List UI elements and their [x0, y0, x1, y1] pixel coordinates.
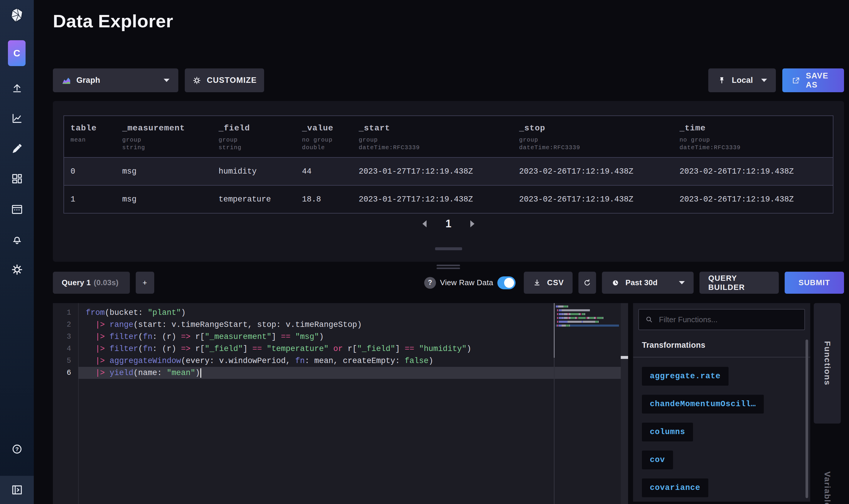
sidebar-item-tasks[interactable]: [10, 202, 24, 216]
local-dropdown[interactable]: Local: [708, 68, 776, 92]
bell-icon: [10, 233, 24, 246]
flux-code-editor[interactable]: 1 from(bucket: "plant") 2 |> range(start…: [53, 303, 628, 504]
code-line-1[interactable]: 1 from(bucket: "plant"): [53, 307, 628, 319]
next-page-button[interactable]: [470, 220, 474, 227]
filter-functions-input[interactable]: [658, 315, 798, 325]
code-line-2[interactable]: 2 |> range(start: v.timeRangeStart, stop…: [53, 319, 628, 331]
prev-page-button[interactable]: [422, 220, 427, 227]
code-line-5[interactable]: 5 |> aggregateWindow(every: v.windowPeri…: [53, 355, 628, 367]
view-type-label: Graph: [76, 76, 100, 85]
upload-icon: [10, 82, 24, 95]
sidebar-item-alerts[interactable]: [10, 233, 24, 246]
table-cell: 2023-02-26T17:12:19.438Z: [673, 167, 833, 176]
avatar-label: C: [13, 48, 20, 59]
line-number: 3: [53, 332, 71, 341]
gear-icon: [10, 263, 24, 276]
pen-icon: [10, 142, 24, 155]
query-duration: (0.03s): [94, 278, 119, 287]
table-cell: 2023-02-26T17:12:19.438Z: [673, 195, 833, 204]
caret-down-icon: [164, 79, 169, 82]
view-type-dropdown[interactable]: Graph: [53, 68, 178, 92]
column-header-_stop: _stop groupdateTime:RFC3339: [513, 116, 673, 157]
customize-button[interactable]: CUSTOMIZE: [185, 68, 264, 92]
minimap-line: [556, 321, 619, 323]
minimap-edge: [554, 303, 555, 504]
view-raw-data-label: View Raw Data: [440, 278, 493, 287]
time-range-dropdown[interactable]: Past 30d: [602, 272, 693, 294]
editor-minimap[interactable]: [556, 305, 619, 328]
csv-button[interactable]: CSV: [524, 272, 573, 294]
view-raw-data-toggle[interactable]: [498, 276, 516, 289]
code-line-3[interactable]: 3 |> filter(fn: (r) => r["_measurement"]…: [53, 331, 628, 343]
avatar[interactable]: C: [8, 40, 25, 66]
function-item[interactable]: cov: [642, 451, 673, 469]
line-number: 5: [53, 357, 71, 365]
column-header-_value: _value no groupdouble: [295, 116, 352, 157]
line-number: 1: [53, 308, 71, 317]
customize-label: CUSTOMIZE: [207, 76, 257, 85]
table-row: 1msgtemperature18.82023-01-27T17:12:19.4…: [64, 185, 833, 213]
query-tab[interactable]: Query 1 (0.03s): [53, 272, 130, 294]
refresh-icon: [582, 278, 592, 288]
page-number: 1: [445, 218, 451, 230]
refresh-button[interactable]: [578, 272, 596, 294]
column-header-table: table mean: [64, 116, 116, 157]
influxdb-logo[interactable]: [0, 7, 34, 24]
editor-scrollbar-thumb[interactable]: [621, 356, 628, 359]
submit-button[interactable]: SUBMIT: [785, 272, 844, 294]
function-item[interactable]: covariance: [642, 479, 708, 497]
sidebar-item-expand-nav[interactable]: [0, 476, 34, 504]
functions-section-title: Transformations: [642, 341, 810, 350]
variables-tab[interactable]: Variables: [814, 458, 841, 504]
sidebar-item-notebooks[interactable]: [10, 142, 24, 155]
functions-list: aggregate.ratechandeMomentumOscill…colum…: [642, 367, 810, 497]
sidebar-item-dashboards[interactable]: [10, 172, 24, 186]
table-row: 0msghumidity442023-01-27T17:12:19.438Z20…: [64, 158, 833, 185]
code-line-4[interactable]: 4 |> filter(fn: (r) => r["_field"] == "t…: [53, 343, 628, 355]
time-range-label: Past 30d: [626, 278, 657, 287]
function-item[interactable]: chandeMomentumOscill…: [642, 395, 764, 414]
pin-icon: [717, 76, 726, 85]
page-title: Data Explorer: [53, 11, 173, 32]
question-mark-icon[interactable]: ?: [424, 277, 436, 289]
table-cell: msg: [116, 167, 212, 176]
sidebar-item-help[interactable]: ?: [0, 442, 34, 456]
svg-text:?: ?: [15, 446, 18, 452]
sidebar-item-settings[interactable]: [10, 263, 24, 276]
table-cell: msg: [116, 195, 212, 204]
main-content: Data Explorer Graph CUSTOMIZE Local SAVE…: [34, 0, 849, 504]
add-query-button[interactable]: +: [136, 272, 154, 294]
table-cell: temperature: [212, 195, 295, 204]
minimap-line: [556, 309, 619, 311]
function-item[interactable]: aggregate.rate: [642, 367, 728, 385]
raw-data-panel: table mean _measurement groupstring _fie…: [53, 101, 844, 262]
table-cell: 2023-02-26T17:12:19.438Z: [513, 167, 673, 176]
sidebar-item-load-data[interactable]: [10, 82, 24, 95]
help-icon: ?: [10, 442, 24, 456]
caret-down-icon: [761, 79, 767, 82]
column-header-_start: _start groupdateTime:RFC3339: [352, 116, 513, 157]
query-builder-button[interactable]: QUERY BUILDER: [700, 272, 779, 294]
table-cell: 2023-02-26T17:12:19.438Z: [513, 195, 673, 204]
table-cell: 2023-01-27T17:12:19.438Z: [352, 195, 513, 204]
functions-panel: Transformations aggregate.ratechandeMome…: [633, 303, 810, 502]
table-cell: 0: [64, 167, 116, 176]
sidebar-item-data-explorer[interactable]: [10, 112, 24, 125]
pagination: 1: [53, 217, 844, 230]
pane-resize-handle[interactable]: [436, 265, 460, 270]
save-as-button[interactable]: SAVE AS: [782, 68, 844, 92]
calendar-icon: [10, 202, 24, 216]
download-icon: [532, 278, 542, 288]
function-item[interactable]: columns: [642, 422, 693, 442]
pagination-scrollbar[interactable]: [435, 247, 462, 250]
code-line-6[interactable]: 6 |> yield(name: "mean"): [53, 367, 628, 379]
table-cell: 1: [64, 195, 116, 204]
filter-functions-box[interactable]: [638, 309, 805, 330]
functions-tab[interactable]: Functions: [814, 303, 841, 424]
minimap-line: [556, 317, 619, 319]
text-cursor: [200, 368, 201, 378]
functions-scrollbar-thumb[interactable]: [806, 340, 808, 498]
table-cell: humidity: [212, 167, 295, 176]
line-number: 6: [53, 368, 71, 377]
area-chart-icon: [62, 76, 71, 85]
